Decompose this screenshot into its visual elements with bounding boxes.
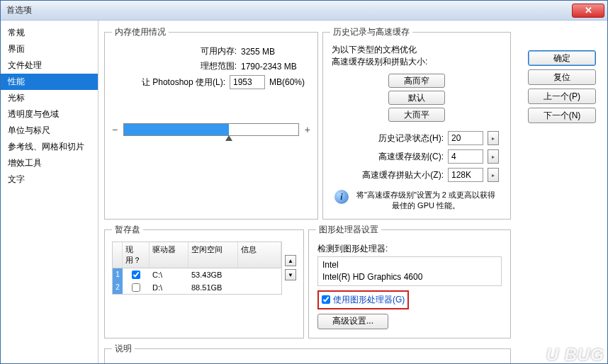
table-row[interactable]: 1 C:\ 53.43GB: [113, 268, 281, 281]
sidebar-item-filehandling[interactable]: 文件处理: [1, 57, 98, 74]
description-legend: 说明: [112, 343, 135, 355]
cache-tile-input[interactable]: [448, 168, 483, 182]
scratch-disk-panel: 暂存盘 现用？ 驱动器 空闲空间 信息: [104, 224, 304, 339]
ideal-range-value: 1790-2343 MB: [241, 62, 305, 72]
cache-levels-input[interactable]: [448, 149, 483, 164]
window-title: 首选项: [6, 4, 32, 16]
gpu-panel: 图形处理器设置 检测到图形处理器: Intel Intel(R) HD Grap…: [308, 224, 511, 339]
th-space: 空闲空间: [188, 242, 238, 268]
gpu-detect-label: 检测到图形处理器:: [317, 243, 502, 255]
history-states-stepper[interactable]: ▸: [488, 131, 499, 145]
let-ps-use-input[interactable]: [230, 75, 265, 89]
sidebar-item-interface[interactable]: 界面: [1, 41, 98, 57]
sidebar-item-general[interactable]: 常规: [1, 25, 98, 41]
drive-cell: C:\: [150, 271, 188, 279]
description-panel: 说明: [104, 343, 511, 363]
move-down-button[interactable]: ▼: [285, 269, 296, 280]
scratch-table: 现用？ 驱动器 空闲空间 信息 1 C:\: [112, 241, 282, 295]
gpu-legend: 图形处理器设置: [316, 224, 381, 236]
use-gpu-checkbox[interactable]: [322, 295, 330, 304]
row-num: 2: [113, 281, 123, 294]
memory-slider[interactable]: [123, 123, 299, 136]
slider-thumb[interactable]: [225, 135, 232, 141]
gpu-model: Intel(R) HD Graphics 4600: [322, 271, 497, 283]
ideal-range-label: 理想范围:: [123, 60, 237, 72]
available-ram-label: 可用内存:: [123, 45, 237, 57]
cache-levels-stepper[interactable]: ▸: [488, 149, 499, 164]
scratch-active-checkbox[interactable]: [132, 283, 140, 292]
row-num: 1: [113, 268, 123, 281]
history-head2: 高速缓存级别和拼贴大小:: [330, 56, 503, 68]
memory-legend: 内存使用情况: [112, 26, 169, 38]
sidebar-item-units[interactable]: 单位与标尺: [1, 123, 98, 139]
th-active: 现用？: [123, 242, 150, 268]
big-flat-button[interactable]: 大而平: [388, 108, 445, 122]
ok-button[interactable]: 确定: [528, 50, 596, 66]
reset-button[interactable]: 复位: [528, 69, 596, 85]
history-head1: 为以下类型的文档优化: [330, 44, 503, 56]
drive-cell: D:\: [150, 283, 188, 292]
space-cell: 53.43GB: [188, 271, 238, 279]
cache-tile-stepper[interactable]: ▸: [488, 168, 499, 182]
let-ps-use-suffix: MB(60%): [269, 77, 305, 87]
use-gpu-label[interactable]: 使用图形处理器(G): [333, 294, 405, 306]
next-button[interactable]: 下一个(N): [528, 108, 596, 123]
sidebar: 常规 界面 文件处理 性能 光标 透明度与色域 单位与标尺 参考线、网格和切片 …: [1, 21, 98, 363]
memory-panel: 内存使用情况 可用内存: 3255 MB 理想范围: 1790-2343 MB …: [104, 26, 318, 220]
move-up-button[interactable]: ▲: [285, 255, 296, 266]
history-cache-panel: 历史记录与高速缓存 为以下类型的文档优化 高速缓存级别和拼贴大小: 高而窄 默认…: [322, 26, 511, 220]
th-info: 信息: [238, 242, 281, 268]
scratch-active-checkbox[interactable]: [132, 271, 140, 279]
sidebar-item-type[interactable]: 文字: [1, 171, 98, 188]
th-drive: 驱动器: [150, 242, 188, 268]
history-states-label: 历史记录状态(H):: [378, 132, 444, 144]
scratch-legend: 暂存盘: [112, 224, 143, 236]
watermark: U BUG: [546, 345, 604, 363]
use-gpu-highlight: 使用图形处理器(G): [317, 290, 409, 309]
close-button[interactable]: ✕: [572, 4, 604, 18]
slider-plus[interactable]: +: [305, 124, 310, 135]
tall-thin-button[interactable]: 高而窄: [388, 74, 445, 88]
info-icon: i: [334, 190, 349, 204]
sidebar-item-plugins[interactable]: 增效工具: [1, 155, 98, 171]
sidebar-item-guides[interactable]: 参考线、网格和切片: [1, 139, 98, 155]
cache-tile-label: 高速缓存拼贴大小(Z):: [362, 169, 444, 181]
let-ps-use-label: 让 Photoshop 使用(L):: [112, 76, 225, 89]
space-cell: 88.51GB: [188, 283, 238, 292]
gpu-vendor: Intel: [322, 259, 497, 271]
history-states-input[interactable]: [448, 131, 483, 145]
titlebar: 首选项 ✕: [1, 1, 607, 21]
sidebar-item-cursors[interactable]: 光标: [1, 90, 98, 106]
gpu-info-box: Intel Intel(R) HD Graphics 4600: [317, 256, 502, 286]
advanced-settings-button[interactable]: 高级设置...: [317, 314, 388, 329]
cache-info-text: 将"高速缓存级别"设置为 2 或更高以获得最佳的 GPU 性能。: [353, 190, 499, 212]
slider-minus[interactable]: −: [112, 124, 118, 135]
sidebar-item-transparency[interactable]: 透明度与色域: [1, 106, 98, 123]
table-row[interactable]: 2 D:\ 88.51GB: [113, 281, 281, 294]
slider-fill: [124, 124, 228, 135]
history-legend: 历史记录与高速缓存: [330, 26, 412, 38]
default-button[interactable]: 默认: [388, 91, 445, 105]
sidebar-item-performance[interactable]: 性能: [1, 74, 98, 90]
available-ram-value: 3255 MB: [241, 47, 305, 57]
prev-button[interactable]: 上一个(P): [528, 89, 596, 104]
cache-levels-label: 高速缓存级别(C):: [378, 151, 444, 163]
